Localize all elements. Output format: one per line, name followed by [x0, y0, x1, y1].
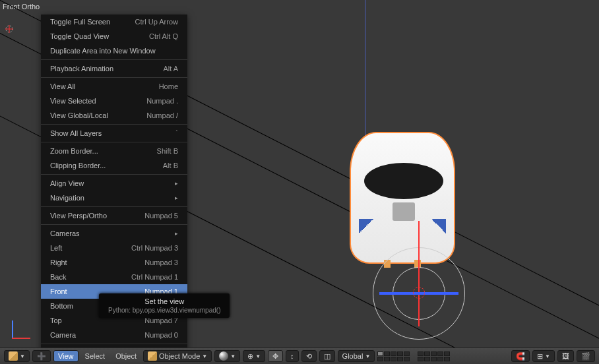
menu-item-cameras[interactable]: Cameras▸	[41, 226, 187, 241]
menu-item-clipping-border-[interactable]: Clipping Border...Alt B	[41, 158, 187, 173]
chevron-down-icon: ▼	[20, 353, 25, 359]
train-windshield	[364, 163, 443, 199]
object-origin-gizmo[interactable]	[373, 247, 465, 340]
menu-item-view-all[interactable]: View AllHome	[41, 79, 187, 94]
menu-item-shortcut: ▸	[175, 229, 178, 238]
menu-item-duplicate-area-into-new-window[interactable]: Duplicate Area into New Window	[41, 44, 187, 58]
axis-x-icon	[12, 338, 30, 339]
z-axis-handle[interactable]	[418, 221, 420, 326]
chevron-down-icon: ▼	[255, 353, 261, 359]
sphere-icon	[219, 351, 228, 361]
menu-item-view-persp-ortho[interactable]: View Persp/OrthoNumpad 5	[41, 208, 187, 223]
menu-item-view-selected[interactable]: View SelectedNumpad .	[41, 94, 187, 108]
layer-button[interactable]	[391, 357, 396, 361]
menu-separator	[41, 344, 187, 344]
menu-item-label: Cameras	[50, 229, 80, 237]
menu-item-left[interactable]: LeftCtrl Numpad 3	[41, 241, 187, 255]
menu-item-toggle-quad-view[interactable]: Toggle Quad ViewCtrl Alt Q	[41, 29, 187, 44]
menu-item-label: Top	[50, 317, 62, 324]
manipulator-rotate[interactable]: ⟲	[301, 350, 317, 362]
menu-item-align-view[interactable]: Align View▸	[41, 176, 187, 191]
3d-cursor-icon	[413, 287, 425, 299]
menu-separator	[41, 77, 187, 78]
layer-button[interactable]	[437, 351, 443, 356]
mode-selector[interactable]: Object Mode ▼	[143, 350, 212, 362]
menu-item-label: Playback Animation	[50, 65, 113, 73]
orientation-selector[interactable]: Global ▼	[338, 350, 375, 362]
layer-button[interactable]	[418, 357, 424, 361]
select-menu-button[interactable]: Select	[81, 352, 110, 360]
editor-type-selector[interactable]: ▼	[4, 350, 30, 362]
layer-button[interactable]	[431, 351, 437, 356]
menu-item-label: Camera	[50, 331, 76, 339]
menu-item-show-all-layers[interactable]: Show All Layers`	[41, 126, 187, 140]
chevron-down-icon: ▼	[545, 353, 550, 359]
menu-item-label: Zoom Border...	[50, 147, 98, 155]
layer-button[interactable]	[404, 357, 410, 361]
menu-item-label: Front	[50, 288, 67, 295]
menu-item-view-global-local[interactable]: View Global/LocalNumpad /	[41, 108, 187, 123]
layer-button[interactable]	[437, 357, 443, 361]
layer-button[interactable]	[397, 357, 403, 361]
layer-button[interactable]	[384, 351, 390, 356]
pivot-selector[interactable]: ⊕▼	[243, 350, 265, 362]
menu-item-label: Toggle Quad View	[50, 32, 109, 40]
menu-item-shortcut: `	[175, 129, 178, 138]
layer-button[interactable]	[391, 351, 396, 356]
axis-z-icon	[12, 320, 13, 339]
train-coupler	[393, 202, 415, 221]
layer-button[interactable]	[444, 357, 450, 361]
axis-z-line	[365, 0, 365, 145]
manipulator-translate[interactable]: ↕	[286, 350, 299, 362]
layer-button[interactable]	[404, 351, 410, 356]
collapse-menus-button[interactable]: ➕	[32, 350, 51, 362]
layer-button[interactable]	[424, 351, 430, 356]
tooltip-title: Set the view	[108, 297, 220, 305]
layer-button[interactable]	[384, 357, 390, 361]
snap-type[interactable]: ⊞▼	[532, 350, 555, 362]
layer-buttons[interactable]	[418, 351, 450, 361]
menu-item-toggle-full-screen[interactable]: Toggle Full ScreenCtrl Up Arrow	[41, 15, 187, 29]
menu-item-label: Clipping Border...	[50, 162, 106, 169]
cube-icon	[9, 351, 18, 361]
layer-button[interactable]	[377, 351, 383, 356]
shading-selector[interactable]: ▼	[214, 350, 240, 362]
train-stripe	[429, 219, 446, 239]
layer-buttons[interactable]	[377, 351, 410, 361]
tooltip: Set the view Python: bpy.ops.view3d.view…	[99, 293, 230, 318]
header-bar: ▼ ➕ View Select Object Object Mode ▼ ▼ ⊕…	[0, 348, 599, 364]
view-menu-button[interactable]: View	[53, 350, 79, 362]
menu-item-zoom-border-[interactable]: Zoom Border...Shift B	[41, 144, 187, 158]
layer-button[interactable]	[431, 357, 437, 361]
axis-gizmo	[12, 313, 38, 339]
menu-item-label: Duplicate Area into New Window	[50, 47, 156, 55]
object-menu-button[interactable]: Object	[111, 352, 141, 360]
menu-item-shortcut: Home	[159, 82, 178, 91]
menu-item-shortcut: Numpad 0	[144, 330, 178, 340]
layer-button[interactable]	[418, 351, 424, 356]
object-mode-icon	[148, 351, 157, 361]
render-anim-button[interactable]: 🎬	[577, 350, 595, 362]
menu-item-shortcut: ▸	[175, 193, 178, 202]
menu-item-shortcut: Shift B	[157, 146, 178, 156]
menu-item-shortcut: Numpad 3	[144, 258, 178, 267]
layer-button[interactable]	[444, 351, 450, 356]
menu-item-playback-animation[interactable]: Playback AnimationAlt A	[41, 61, 187, 76]
menu-item-back[interactable]: BackCtrl Numpad 1	[41, 270, 187, 284]
manipulator-toggle[interactable]: ✥	[268, 350, 283, 362]
menu-item-navigation[interactable]: Navigation▸	[41, 191, 187, 205]
manipulator-scale[interactable]: ◫	[319, 350, 335, 362]
snap-toggle[interactable]: 🧲	[511, 350, 530, 362]
chevron-down-icon: ▼	[202, 353, 207, 359]
layer-button[interactable]	[424, 357, 430, 361]
menu-item-right[interactable]: RightNumpad 3	[41, 255, 187, 270]
render-preview-button[interactable]: 🖼	[557, 350, 574, 362]
menu-separator	[41, 174, 187, 175]
menu-item-label: View Persp/Ortho	[50, 212, 107, 220]
menu-item-camera[interactable]: CameraNumpad 0	[41, 328, 187, 342]
layer-button[interactable]	[397, 351, 403, 356]
menu-item-shortcut: Ctrl Numpad 1	[131, 272, 178, 282]
menu-item-shortcut: Numpad 5	[144, 211, 178, 220]
menu-item-shortcut: Alt B	[163, 161, 178, 170]
layer-button[interactable]	[377, 357, 383, 361]
